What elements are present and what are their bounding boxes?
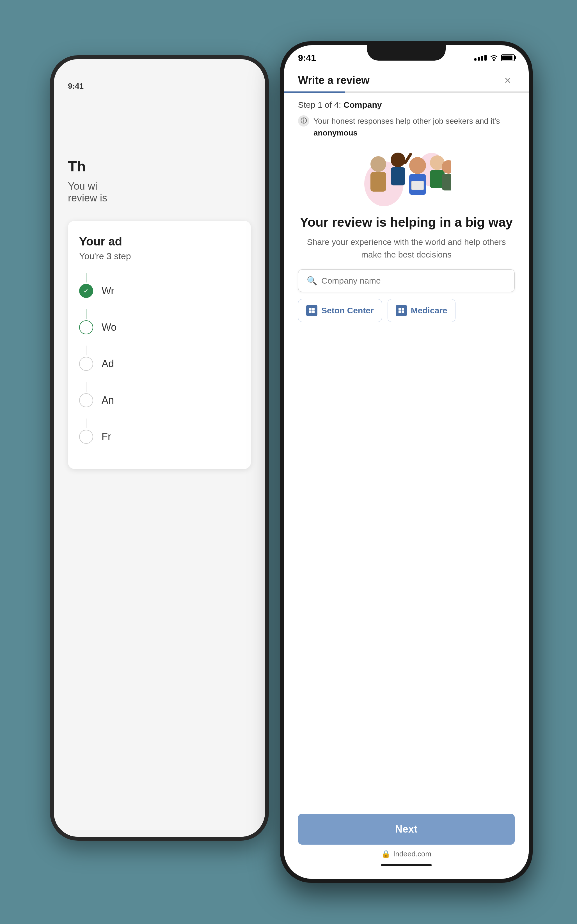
- scene: 9:41 Th You wi review is Your ad You're …: [36, 27, 541, 897]
- back-phone-status-time: 9:41: [68, 82, 251, 91]
- seton-company-icon: [306, 305, 318, 316]
- step-item-0: ✓ Wr: [79, 284, 240, 298]
- step-connector-2: [86, 345, 87, 355]
- back-phone-title: Th: [68, 158, 251, 175]
- info-icon: ⓘ: [298, 115, 309, 127]
- company-chip-medicare[interactable]: Medicare: [388, 299, 456, 322]
- back-card-subtitle: You're 3 step: [79, 251, 240, 262]
- company-search-box[interactable]: 🔍: [298, 269, 515, 292]
- status-time: 9:41: [298, 53, 316, 63]
- svg-rect-15: [312, 308, 314, 310]
- medicare-company-icon: [396, 305, 407, 316]
- domain-text: Indeed.com: [393, 850, 431, 858]
- svg-rect-17: [312, 311, 314, 313]
- search-icon: 🔍: [307, 276, 317, 286]
- background-phone: 9:41 Th You wi review is Your ad You're …: [50, 55, 269, 841]
- svg-rect-18: [398, 308, 401, 310]
- notch: [367, 45, 446, 61]
- svg-point-4: [391, 153, 405, 167]
- home-indicator: [381, 864, 432, 866]
- hero-title: Your review is helping in a big way: [298, 215, 515, 230]
- svg-point-7: [409, 157, 426, 174]
- status-icons: [474, 55, 515, 61]
- back-phone-card: Your ad You're 3 step ✓ Wr Wo: [68, 221, 251, 469]
- progress-bar-fill: [284, 92, 345, 93]
- progress-bar: [284, 92, 529, 93]
- company-chip-seton[interactable]: Seton Center: [298, 299, 382, 322]
- step-label-2: Ad: [102, 358, 114, 370]
- content-area: Step 1 of 4: Company ⓘ Your honest respo…: [284, 100, 529, 808]
- step-circle-0: ✓: [79, 284, 93, 298]
- svg-rect-13: [442, 174, 451, 190]
- step-label-3: An: [102, 394, 114, 406]
- svg-rect-14: [309, 308, 311, 310]
- svg-rect-20: [398, 311, 401, 313]
- step-circle-2: [79, 357, 93, 371]
- wifi-icon: [490, 55, 498, 61]
- step-item-1: Wo: [79, 320, 240, 334]
- close-button[interactable]: ×: [501, 73, 515, 87]
- medicare-chip-label: Medicare: [411, 306, 447, 315]
- step-label-1: Wo: [102, 321, 116, 333]
- foreground-phone: 9:41 Wri: [280, 41, 533, 883]
- step-connector-4: [86, 418, 87, 428]
- checkmark-icon: ✓: [83, 287, 89, 295]
- svg-rect-21: [401, 311, 404, 313]
- illustration: [298, 147, 515, 209]
- next-button[interactable]: Next: [298, 814, 515, 845]
- step-circle-1: [79, 320, 93, 334]
- svg-rect-16: [309, 311, 311, 313]
- company-chips-list: Seton Center Medicare: [298, 299, 515, 322]
- svg-rect-9: [411, 181, 424, 190]
- front-phone-screen: 9:41 Wri: [284, 45, 529, 879]
- step-connector-3: [86, 382, 87, 392]
- svg-point-2: [371, 156, 386, 172]
- company-search-input[interactable]: [321, 276, 506, 286]
- step-connector-0: [86, 273, 87, 283]
- domain-bar: 🔒 Indeed.com: [298, 845, 515, 861]
- back-card-title: Your ad: [79, 235, 240, 248]
- step-connector-1: [86, 309, 87, 319]
- seton-chip-label: Seton Center: [321, 306, 374, 315]
- lock-icon: 🔒: [381, 850, 390, 858]
- svg-rect-5: [391, 167, 405, 185]
- info-text: Your honest responses help other job see…: [313, 115, 515, 139]
- info-box: ⓘ Your honest responses help other job s…: [298, 115, 515, 139]
- hero-section: Your review is helping in a big way Shar…: [298, 215, 515, 261]
- svg-line-6: [405, 154, 411, 163]
- step-label-4: Fr: [102, 431, 111, 443]
- modal-header: Write a review ×: [284, 67, 529, 92]
- step-circle-3: [79, 393, 93, 407]
- svg-rect-19: [401, 308, 404, 310]
- battery-icon: [501, 55, 515, 61]
- signal-bars-icon: [474, 55, 487, 61]
- modal-title: Write a review: [298, 74, 370, 87]
- bottom-area: Next 🔒 Indeed.com: [284, 808, 529, 879]
- step-item-4: Fr: [79, 430, 240, 444]
- step-indicator: Step 1 of 4: Company: [298, 100, 515, 110]
- back-phone-subtitle: You wi review is: [68, 180, 251, 204]
- step-item-2: Ad: [79, 357, 240, 371]
- step-item-3: An: [79, 393, 240, 407]
- svg-rect-3: [371, 172, 386, 191]
- hero-subtitle: Share your experience with the world and…: [298, 236, 515, 261]
- step-circle-4: [79, 430, 93, 444]
- step-label-0: Wr: [102, 285, 114, 297]
